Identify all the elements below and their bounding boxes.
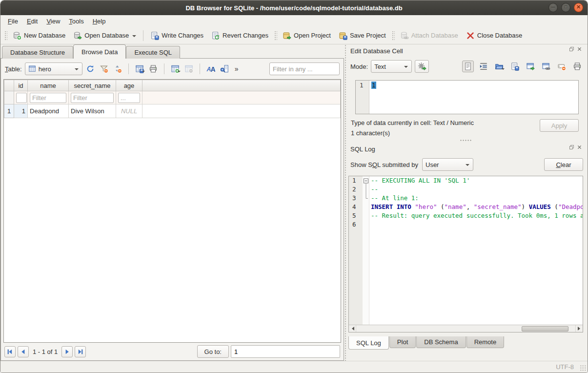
edit-cell-float-button[interactable] — [569, 47, 575, 54]
revert-changes-button[interactable]: Revert Changes — [207, 29, 272, 42]
clear-sorting-button[interactable] — [112, 63, 123, 75]
column-header-secret_name[interactable]: secret_name — [69, 80, 116, 91]
dock-close-icon — [577, 145, 583, 153]
table-label: Table: — [5, 65, 22, 73]
export-table-button[interactable] — [134, 63, 145, 75]
toolbar-grip[interactable] — [4, 30, 7, 41]
open-project-button[interactable]: Open Project — [279, 29, 335, 42]
sql-log-view: 123456 -- EXECUTING ALL IN 'SQL 1'---- A… — [348, 176, 583, 332]
find-button[interactable] — [219, 63, 230, 75]
next-record-button[interactable] — [61, 346, 73, 357]
filter-input-name[interactable] — [30, 93, 66, 103]
log-fold-margin[interactable] — [363, 176, 369, 325]
filter-input-id[interactable] — [16, 93, 27, 103]
close-database-button[interactable]: Close Database — [462, 29, 527, 42]
table-select[interactable]: hero — [25, 62, 82, 75]
dock-float-icon — [569, 46, 575, 55]
print-table-button[interactable] — [147, 63, 159, 75]
sql-log-close-button[interactable] — [577, 145, 583, 152]
fold-marker[interactable] — [363, 176, 369, 185]
menu-edit[interactable]: Edit — [22, 17, 42, 26]
column-header-id[interactable]: id — [14, 80, 28, 91]
copy-link-button[interactable] — [540, 61, 552, 72]
scroll-left-arrow[interactable] — [349, 325, 356, 332]
goto-input[interactable] — [231, 345, 340, 358]
edit-cell-close-button[interactable] — [577, 47, 583, 54]
font-button[interactable]: AA — [205, 63, 217, 75]
previous-record-button[interactable] — [18, 346, 29, 357]
open-database-button[interactable]: Open Database — [69, 29, 140, 42]
log-line: -- — [371, 185, 583, 194]
dock-splitter[interactable] — [348, 137, 583, 144]
export-data-button[interactable] — [509, 61, 521, 72]
browse-data-pane: Table: hero AA — [0, 58, 344, 361]
record-navigation: 1 - 1 of 1 Go to: — [1, 343, 344, 360]
tab-execute-sql[interactable]: Execute SQL — [126, 46, 180, 59]
column-header-age[interactable]: age — [116, 80, 142, 91]
mode-select[interactable]: Text — [371, 60, 412, 73]
last-record-button[interactable] — [75, 346, 86, 357]
refresh-button[interactable] — [84, 63, 96, 75]
sql-log-title: SQL Log — [350, 145, 375, 153]
column-header-name[interactable]: name — [28, 80, 69, 91]
clear-log-button[interactable]: Clear — [544, 158, 583, 171]
scrollbar-thumb[interactable] — [522, 326, 568, 332]
maximize-button[interactable]: □ — [561, 3, 570, 12]
toolbar-overflow-chevron[interactable]: » — [233, 65, 240, 73]
find-icon — [220, 64, 229, 73]
filter-any-input[interactable] — [269, 62, 340, 75]
cell-secret_name[interactable]: Dive Wilson — [69, 104, 116, 118]
menu-file[interactable]: File — [3, 17, 22, 26]
maximize-icon: □ — [565, 5, 567, 9]
submitted-by-select[interactable]: User — [422, 158, 473, 171]
goto-button[interactable]: Go to: — [197, 345, 229, 358]
clear-filters-button[interactable] — [98, 63, 110, 75]
scroll-right-arrow[interactable] — [575, 325, 583, 332]
titlebar[interactable]: DB Browser for SQLite - /home/user/code/… — [0, 0, 588, 15]
edit-cell-toolbar: Mode: Text — [348, 59, 583, 74]
sql-log-dock-title: SQL Log — [348, 144, 583, 154]
menu-help[interactable]: Help — [88, 17, 110, 26]
dock-tab-sql-log[interactable]: SQL Log — [348, 336, 389, 350]
text-mode-button[interactable] — [462, 61, 474, 72]
cell-age[interactable]: NULL — [116, 104, 142, 118]
import-data-button[interactable] — [493, 61, 505, 72]
sql-log-float-button[interactable] — [569, 145, 575, 152]
resize-grip[interactable] — [580, 365, 586, 371]
toolbar-grip[interactable] — [274, 30, 277, 41]
dock-tab-remote[interactable]: Remote — [466, 336, 505, 348]
dock-tab-db-schema[interactable]: DB Schema — [416, 336, 466, 348]
menu-view[interactable]: View — [42, 17, 64, 26]
set-null-button[interactable] — [556, 61, 568, 72]
minimize-button[interactable]: ─ — [548, 3, 558, 12]
grid-corner[interactable] — [4, 80, 14, 91]
svg-text:A: A — [210, 65, 215, 73]
insert-record-button[interactable] — [169, 63, 181, 75]
menu-tools[interactable]: Tools — [64, 17, 88, 26]
auto-switch-mode-button[interactable] — [415, 60, 429, 73]
nav-first-icon — [7, 349, 13, 355]
open-database-dropdown-caret[interactable] — [132, 35, 136, 39]
toolbar-separator — [143, 30, 143, 41]
cell-editor-gutter: 1 — [356, 81, 369, 114]
save-project-button[interactable]: Save Project — [335, 29, 390, 42]
log-horizontal-scrollbar[interactable] — [349, 325, 583, 332]
dock-tab-plot[interactable]: Plot — [389, 336, 416, 348]
print-cell-button[interactable] — [571, 61, 583, 72]
new-database-button[interactable]: New Database — [9, 29, 69, 42]
open-external-button[interactable] — [525, 61, 536, 72]
filter-input-secret_name[interactable] — [71, 93, 114, 103]
row-number[interactable]: 1 — [4, 104, 14, 118]
tab-browse-data[interactable]: Browse Data — [73, 44, 126, 59]
toolbar-grip[interactable] — [391, 30, 395, 41]
cell-editor[interactable]: 1 1 — [355, 80, 579, 114]
tab-database-structure[interactable]: Database Structure — [2, 46, 73, 59]
filter-input-age[interactable] — [118, 93, 140, 103]
cell-id[interactable]: 1 — [14, 104, 28, 118]
word-wrap-button[interactable] — [478, 61, 489, 72]
close-button[interactable]: ✕ — [574, 3, 583, 12]
browse-toolbar: Table: hero AA — [1, 59, 344, 79]
cell-name[interactable]: Deadpond — [28, 104, 69, 118]
write-changes-button[interactable]: Write Changes — [146, 29, 207, 42]
first-record-button[interactable] — [4, 346, 16, 357]
